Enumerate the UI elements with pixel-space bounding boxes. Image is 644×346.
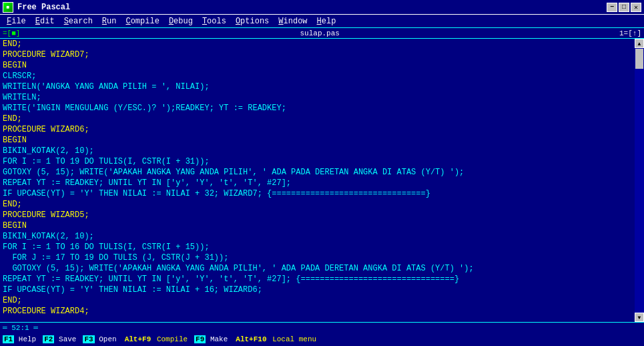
status-position-value: 52:1 — [11, 324, 29, 332]
code-line: WRITELN; — [3, 92, 632, 103]
menu-options[interactable]: Options — [232, 16, 273, 27]
file-header-right: 1=[↑] — [619, 29, 641, 37]
code-line: WRITELN('ANGKA YANG ANDA PILIH = ', NILA… — [3, 81, 632, 92]
menu-window[interactable]: Window — [274, 16, 311, 27]
title-bar: ■ Free Pascal − □ ✕ — [0, 0, 644, 15]
code-area[interactable]: END;PROCEDURE WIZARD7;BEGINCLRSCR;WRITEL… — [0, 39, 644, 322]
editor-container: =[■] sulap.pas 1=[↑] END;PROCEDURE WIZAR… — [0, 28, 644, 322]
code-line: BEGIN — [3, 220, 632, 231]
code-line: IF UPCASE(YT) = 'Y' THEN NILAI := NILAI … — [3, 285, 632, 295]
code-line: PROCEDURE WIZARD7; — [3, 49, 632, 60]
code-line: IF UPCASE(YT) = 'Y' THEN NILAI := NILAI … — [3, 188, 632, 199]
fn-bar: F1 Help F2 Save F3 Open Alt+F9 Compile F… — [0, 333, 644, 346]
vertical-scrollbar[interactable]: ▲ ▼ — [635, 39, 644, 322]
file-title: sulap.pas — [20, 29, 619, 37]
maximize-button[interactable]: □ — [619, 3, 629, 12]
code-line: END; — [3, 114, 632, 124]
scroll-up-button[interactable]: ▲ — [635, 39, 644, 48]
fn-f1[interactable]: F1 Help — [3, 335, 41, 343]
menu-bar: File Edit Search Run Compile Debug Tools… — [0, 15, 644, 28]
code-line: END; — [3, 199, 632, 210]
code-line: GOTOXY (5, 15); WRITE('APAKAH ANGKA YANG… — [3, 263, 632, 274]
app-title: Free Pascal — [17, 3, 70, 12]
code-line: PROCEDURE WIZARD4; — [3, 306, 632, 317]
code-line: PROCEDURE WIZARD6; — [3, 124, 632, 135]
code-line: REPEAT YT := READKEY; UNTIL YT IN ['y', … — [3, 274, 632, 285]
fn-altf9[interactable]: Alt+F9 Compile — [123, 335, 193, 343]
scroll-down-button[interactable]: ▼ — [635, 313, 644, 322]
code-line: FOR I := 1 TO 19 DO TULIS(I, CSTR(I + 31… — [3, 156, 632, 167]
menu-debug[interactable]: Debug — [165, 16, 197, 27]
scroll-thumb[interactable] — [635, 49, 643, 69]
menu-tools[interactable]: Tools — [198, 16, 230, 27]
file-header: =[■] sulap.pas 1=[↑] — [0, 28, 644, 39]
code-line: FOR J := 17 TO 19 DO TULIS (J, CSTR(J + … — [3, 252, 632, 263]
status-bar: ═ 52:1 ═ — [0, 322, 644, 333]
code-line: GOTOXY (5, 15); WRITE('APAKAH ANGKA YANG… — [3, 167, 632, 178]
menu-help[interactable]: Help — [313, 16, 340, 27]
cursor-position: ═ 52:1 ═ — [3, 324, 641, 332]
code-editor[interactable]: END;PROCEDURE WIZARD7;BEGINCLRSCR;WRITEL… — [0, 39, 635, 322]
fn-f3[interactable]: F3 Open — [83, 335, 121, 343]
fn-f9[interactable]: F9 Make — [194, 335, 233, 343]
app-icon: ■ — [3, 2, 13, 13]
file-tab-icon: =[■] — [3, 29, 20, 37]
menu-run[interactable]: Run — [98, 16, 121, 27]
menu-search[interactable]: Search — [60, 16, 97, 27]
code-line: BEGIN — [3, 135, 632, 146]
code-line: CLRSCR; — [3, 71, 632, 81]
title-controls: − □ ✕ — [607, 3, 641, 12]
minimize-button[interactable]: − — [607, 3, 617, 12]
fn-f2[interactable]: F2 Save — [43, 335, 81, 343]
menu-file[interactable]: File — [3, 16, 30, 27]
fn-altf10[interactable]: Alt+F10 Local menu — [234, 335, 322, 343]
code-line: REPEAT YT := READKEY; UNTIL YT IN ['y', … — [3, 178, 632, 188]
scroll-track — [635, 48, 644, 313]
menu-compile[interactable]: Compile — [121, 16, 163, 27]
status-position-label: ═ — [3, 324, 11, 332]
code-line: WRITE('INGIN MENGULANG (Y/ESC.)? ');READ… — [3, 103, 632, 114]
code-line: BIKIN_KOTAK(2, 10); — [3, 146, 632, 156]
code-line: BEGIN — [3, 60, 632, 71]
code-line: PROCEDURE WIZARD5; — [3, 210, 632, 220]
close-button[interactable]: ✕ — [631, 3, 641, 12]
title-left: ■ Free Pascal — [3, 2, 70, 13]
code-line: BIKIN_KOTAK(2, 10); — [3, 231, 632, 242]
code-line: END; — [3, 295, 632, 306]
code-line: END; — [3, 39, 632, 49]
status-position-suffix: ═ — [33, 324, 38, 332]
code-line: FOR I := 1 TO 16 DO TULIS(I, CSTR(I + 15… — [3, 242, 632, 252]
menu-edit[interactable]: Edit — [31, 16, 59, 27]
